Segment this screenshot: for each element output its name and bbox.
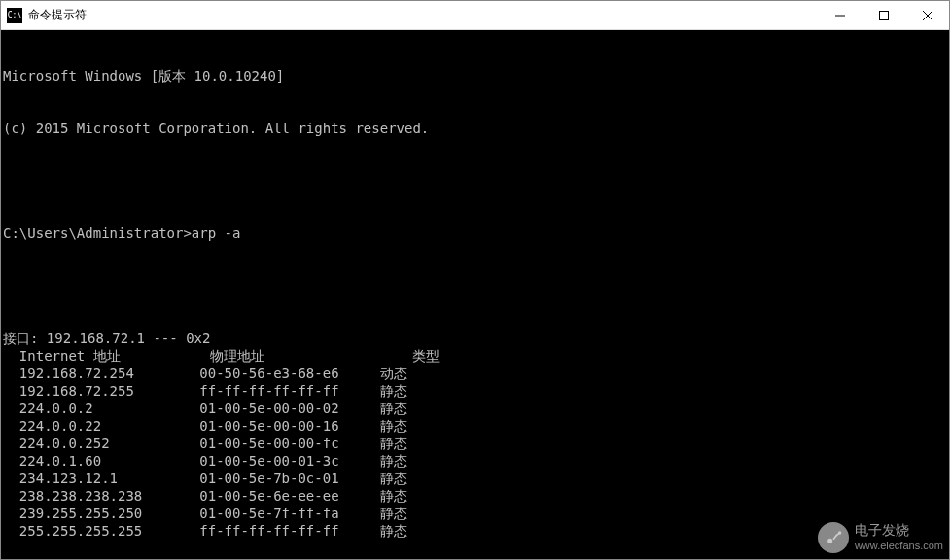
arp-row: 192.168.72.255 ff-ff-ff-ff-ff-ff 静态 [1,382,949,400]
copyright-line: (c) 2015 Microsoft Corporation. All righ… [1,120,949,137]
blank-line [1,172,949,190]
arp-row: 238.238.238.238 01-00-5e-6e-ee-ee 静态 [1,487,949,505]
arp-row: 234.123.12.1 01-00-5e-7b-0c-01 静态 [1,470,949,487]
titlebar[interactable]: C:\ 命令提示符 [1,1,949,30]
watermark-url: www.elecfans.com [855,538,943,553]
window-controls [818,1,949,29]
terminal-body[interactable]: Microsoft Windows [版本 10.0.10240] (c) 20… [1,30,949,559]
arp-row: 224.0.0.22 01-00-5e-00-00-16 静态 [1,417,949,435]
arp-table-header: Internet 地址 物理地址 类型 [1,347,949,365]
prompt-line: C:\Users\Administrator>arp -a [1,225,949,242]
arp-row: 224.0.0.252 01-00-5e-00-00-fc 静态 [1,435,949,452]
cmd-icon: C:\ [7,8,22,23]
svg-point-5 [838,531,841,534]
arp-row: 239.255.255.250 01-00-5e-7f-ff-fa 静态 [1,505,949,522]
maximize-button[interactable] [862,1,905,29]
arp-row: 224.0.1.60 01-00-5e-00-01-3c 静态 [1,452,949,470]
close-button[interactable] [905,1,949,29]
window-frame: C:\ 命令提示符 Microsoft Windows [版本 10.0.102… [0,0,950,560]
svg-point-4 [827,539,832,543]
window-title: 命令提示符 [28,7,87,23]
watermark-name: 电子发烧 [855,522,943,538]
interface-heading: 接口: 192.168.72.1 --- 0x2 [1,330,949,347]
arp-row: 224.0.0.2 01-00-5e-00-00-02 静态 [1,400,949,417]
arp-row: 255.255.255.255 ff-ff-ff-ff-ff-ff 静态 [1,522,949,540]
watermark-logo-icon [818,522,849,553]
arp-output: 接口: 192.168.72.1 --- 0x2 Internet 地址 物理地… [1,330,949,559]
version-line: Microsoft Windows [版本 10.0.10240] [1,67,949,85]
arp-row: 192.168.72.254 00-50-56-e3-68-e6 动态 [1,365,949,382]
minimize-button[interactable] [818,1,862,29]
watermark-text: 电子发烧 www.elecfans.com [855,522,943,553]
interface-heading: 接口: 192.168.0.3 --- 0x4 [1,557,949,559]
blank-line [1,540,949,557]
title-left: C:\ 命令提示符 [1,7,87,23]
svg-rect-1 [879,11,888,19]
watermark: 电子发烧 www.elecfans.com [818,522,949,553]
blank-line [1,277,949,295]
